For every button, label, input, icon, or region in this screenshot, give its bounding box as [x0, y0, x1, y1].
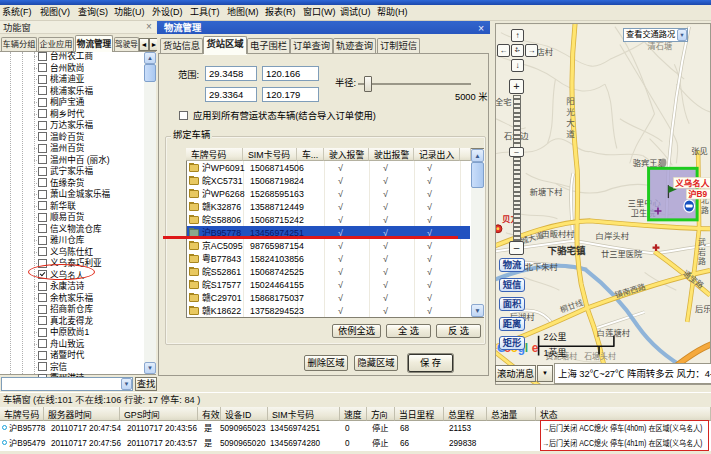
svg-text:全宅: 全宅: [495, 97, 511, 107]
svg-text:2公里: 2公里: [544, 332, 567, 342]
svg-text:光: 光: [566, 107, 575, 117]
svg-text:大: 大: [566, 118, 575, 128]
svg-text:北下朱村: 北下朱村: [525, 262, 558, 272]
svg-text:新塘下村: 新塘下村: [530, 187, 563, 197]
svg-text:廿三里医院: 廿三里医院: [601, 249, 642, 259]
svg-text:l: l: [525, 341, 528, 355]
svg-text:e: e: [532, 341, 539, 355]
svg-text:阳: 阳: [566, 96, 575, 106]
svg-text:清石塘: 清石塘: [648, 41, 673, 51]
svg-text:店村: 店村: [537, 47, 553, 57]
svg-text:路: 路: [701, 205, 709, 215]
svg-text:白岸头村: 白岸头村: [596, 231, 629, 241]
svg-text:沪B9: 沪B9: [688, 189, 707, 199]
svg-text:下骆宅镇: 下骆宅镇: [548, 245, 587, 256]
svg-text:路: 路: [698, 256, 706, 266]
svg-text:道: 道: [566, 129, 575, 139]
svg-text:岩: 岩: [698, 247, 706, 257]
svg-text:1英里: 1英里: [544, 347, 567, 358]
svg-text:张见: 张见: [691, 147, 707, 156]
svg-text:石塘头村: 石塘头村: [584, 351, 616, 361]
svg-text:后乐: 后乐: [695, 304, 711, 314]
svg-text:义乌名人: 义乌名人: [674, 178, 710, 188]
svg-text:田畈村村: 田畈村村: [542, 229, 575, 239]
svg-text:武: 武: [698, 237, 706, 247]
